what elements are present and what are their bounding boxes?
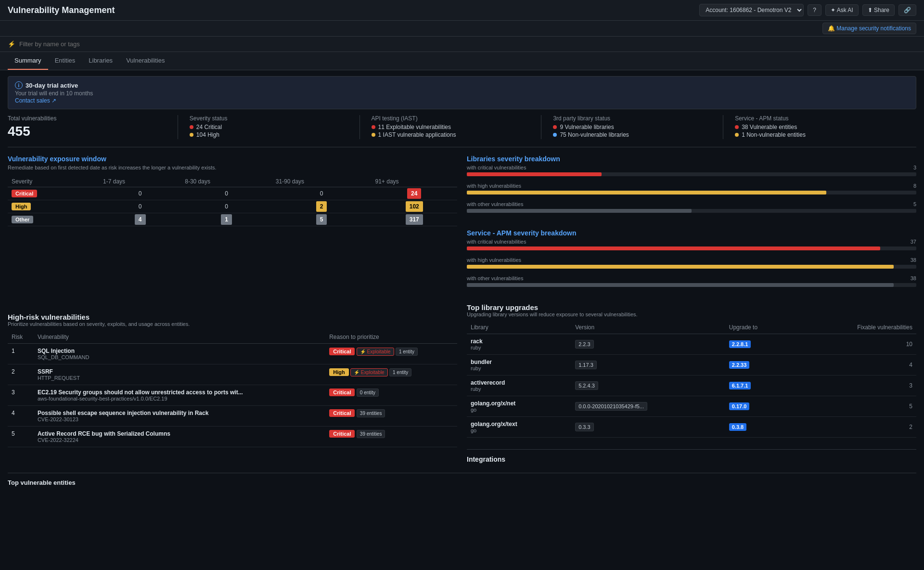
account-select[interactable]: Account: 1606862 - Demotron V2 [699, 4, 804, 16]
library-row: rack ruby 2.2.3 2.2.8.1 10 [467, 334, 916, 355]
dot-orange [372, 133, 375, 137]
exposure-table: Severity 1-7 days 8-30 days 31-90 days 9… [8, 176, 457, 226]
tabs: Summary Entities Libraries Vulnerabiliti… [0, 52, 924, 70]
vuln-row: 5 Active Record RCE bug with Serialized … [8, 427, 457, 447]
vuln-row: 3 EC2.19 Security groups should not allo… [8, 385, 457, 406]
exposure-row-critical: Critical 0 0 0 24 [8, 187, 457, 200]
trial-header: i 30-day trial active [15, 81, 909, 89]
dot-blue [553, 133, 557, 137]
filter-icon: ⚡ [8, 40, 15, 48]
dot-red [735, 125, 739, 129]
dot-orange [735, 133, 739, 137]
tab-summary[interactable]: Summary [8, 52, 48, 70]
lib-bar-high: with high vulnerabilities 8 [467, 183, 916, 194]
ask-ai-button[interactable]: ✦ Ask AI [825, 4, 859, 16]
lib-bar-critical: with critical vulnerabilities 3 [467, 165, 916, 176]
svc-vulnerable: 38 Vulnerable entities [735, 124, 893, 130]
vuln-row: 2 SSRF HTTP_REQUEST High ⚡ Exploitable 1… [8, 364, 457, 385]
service-apm-block: Service - APM status 38 Vulnerable entit… [735, 115, 905, 139]
library-row: golang.org/x/text go 0.3.3 0.3.8 2 [467, 417, 916, 438]
library-row: golang.org/x/net go 0.0.0-20201021035429… [467, 396, 916, 417]
library-status-block: 3rd party library status 9 Vulnerable li… [553, 115, 723, 139]
tab-vulnerabilities[interactable]: Vulnerabilities [119, 52, 171, 70]
right-col: Libraries severity breakdown with critic… [467, 155, 916, 294]
stats-row: Total vulnerabilities 455 Severity statu… [8, 115, 916, 147]
page-title: Vulnerability Management [8, 5, 115, 15]
main-content: Total vulnerabilities 455 Severity statu… [0, 115, 924, 494]
main-two-col: Vulnerability exposure window Remediate … [8, 155, 916, 294]
lib-non-vulnerable: 75 Non-vulnerable libraries [553, 131, 711, 138]
exposure-section: Vulnerability exposure window Remediate … [8, 155, 457, 294]
filter-bar: ⚡ [0, 37, 924, 52]
api-exploitable: 11 Exploitable vulnerabilities [372, 124, 530, 130]
info-icon: i [15, 81, 23, 89]
top-entities-section: Top vulnerable entities [8, 473, 916, 486]
severity-status-block: Severity status 24 Critical 104 High [190, 115, 360, 139]
lib-severity-section: Libraries severity breakdown with critic… [467, 155, 916, 220]
exposure-row-other: Other 4 1 5 317 [8, 213, 457, 226]
help-icon: ? [813, 7, 816, 13]
library-table: Library Version Upgrade to Fixable vulne… [467, 321, 916, 438]
tab-entities[interactable]: Entities [48, 52, 82, 70]
dot-red [190, 125, 193, 129]
library-row: bundler ruby 1.17.3 2.2.33 4 [467, 355, 916, 376]
vuln-table: Risk Vulnerability Reason to prioritize … [8, 331, 457, 447]
share-button[interactable]: ⬆ Share [862, 4, 895, 16]
library-row: activerecord ruby 5.2.4.3 6.1.7.1 3 [467, 376, 916, 396]
vuln-row: 1 SQL Injection SQL_DB_COMMAND Critical … [8, 344, 457, 364]
bottom-two-col: High-risk vulnerabilities Prioritize vul… [8, 303, 916, 463]
dot-red [372, 125, 375, 129]
tab-libraries[interactable]: Libraries [82, 52, 119, 70]
lib-bar-other: with other vulnerabilities 5 [467, 201, 916, 213]
top-header: Vulnerability Management Account: 160686… [0, 0, 924, 21]
dot-red [553, 125, 557, 129]
total-vulnerabilities-block: Total vulnerabilities 455 [8, 115, 178, 139]
high-risk-section: High-risk vulnerabilities Prioritize vul… [8, 313, 457, 463]
top-library-section: Top library upgrades Upgrading library v… [467, 303, 916, 463]
contact-sales-link[interactable]: Contact sales ↗ [15, 97, 56, 104]
severity-high: 104 High [190, 131, 348, 138]
svc-severity-section: Service - APM severity breakdown with cr… [467, 229, 916, 294]
svc-bar-critical: with critical vulnerabilities 37 [467, 239, 916, 250]
svc-bar-high: with high vulnerabilities 38 [467, 257, 916, 269]
svc-bars: with critical vulnerabilities 37 with hi… [467, 239, 916, 287]
lib-bars: with critical vulnerabilities 3 with hig… [467, 165, 916, 213]
link-icon: 🔗 [904, 7, 911, 13]
manage-notifications-button[interactable]: 🔔 Manage security notifications [822, 23, 916, 34]
lib-vulnerable: 9 Vulnerable libraries [553, 124, 711, 130]
vuln-row: 4 Possible shell escape sequence injecti… [8, 406, 457, 427]
help-button[interactable]: ? [808, 4, 821, 16]
api-iast: 1 IAST vulnerable applications [372, 131, 530, 138]
trial-banner: i 30-day trial active Your trial will en… [8, 76, 916, 109]
svc-non-vulnerable: 1 Non-vulnerable entities [735, 131, 893, 138]
exposure-row-high: High 0 0 2 102 [8, 200, 457, 213]
severity-critical: 24 Critical [190, 124, 348, 130]
svc-bar-other: with other vulnerabilities 38 [467, 275, 916, 287]
api-testing-block: API testing (IAST) 11 Exploitable vulner… [372, 115, 542, 139]
dot-orange [190, 133, 193, 137]
integrations-section: Integrations [467, 449, 916, 463]
link-button[interactable]: 🔗 [898, 4, 916, 16]
header-right: Account: 1606862 - Demotron V2 ? ✦ Ask A… [699, 4, 916, 16]
filter-input[interactable] [19, 40, 916, 48]
